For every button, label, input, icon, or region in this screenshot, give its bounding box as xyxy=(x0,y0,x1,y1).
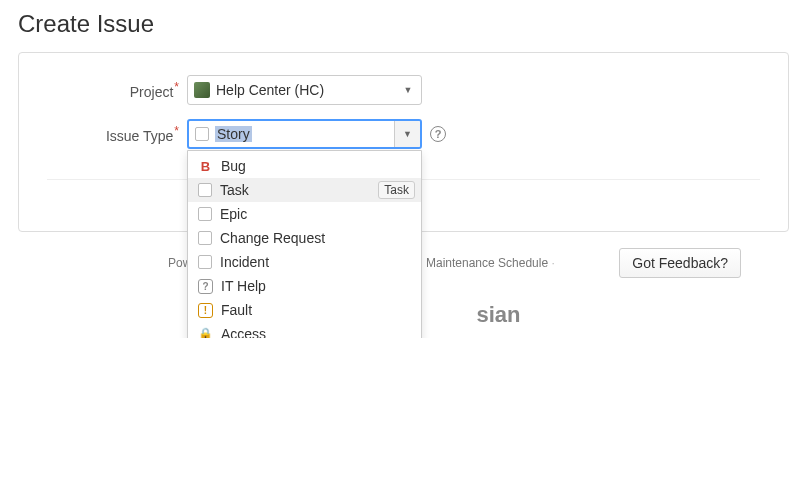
issue-type-option[interactable]: Epic xyxy=(188,202,421,226)
issue-type-option[interactable]: 🔒Access xyxy=(188,322,421,338)
issue-type-row: Issue Type* Story ▼ ? BBugTaskTaskEpicCh… xyxy=(47,119,760,149)
maintenance-link[interactable]: Maintenance Schedule xyxy=(426,256,548,270)
issue-type-option[interactable]: ?IT Help xyxy=(188,274,421,298)
issue-type-option[interactable]: TaskTask xyxy=(188,178,421,202)
question-icon: ? xyxy=(198,279,213,294)
issue-type-label-text: Issue Type xyxy=(106,128,173,144)
checkbox-icon xyxy=(198,183,212,197)
issue-type-select-wrap: Story ▼ ? BBugTaskTaskEpicChange Request… xyxy=(187,119,446,149)
feedback-button[interactable]: Got Feedback? xyxy=(619,248,741,278)
issue-type-option[interactable]: BBug xyxy=(188,154,421,178)
brand-suffix-text: sian xyxy=(476,302,520,327)
create-issue-panel: Project* Help Center (HC) ▼ Issue Type* … xyxy=(18,52,789,232)
option-label: Epic xyxy=(220,206,247,222)
checkbox-icon xyxy=(198,255,212,269)
issue-type-value-text: Story xyxy=(215,126,252,142)
project-label: Project* xyxy=(47,80,187,100)
fault-icon: ! xyxy=(198,303,213,318)
project-select-wrap: Help Center (HC) ▼ xyxy=(187,75,422,105)
project-row: Project* Help Center (HC) ▼ xyxy=(47,75,760,105)
project-select[interactable]: Help Center (HC) ▼ xyxy=(187,75,422,105)
project-select-value: Help Center (HC) xyxy=(194,82,395,98)
checkbox-icon xyxy=(198,231,212,245)
issue-type-option[interactable]: Change Request xyxy=(188,226,421,250)
bug-icon: B xyxy=(198,159,213,174)
story-icon xyxy=(195,127,209,141)
issue-type-select[interactable]: Story ▼ xyxy=(187,119,422,149)
project-label-text: Project xyxy=(130,84,174,100)
checkbox-icon xyxy=(198,207,212,221)
required-asterisk: * xyxy=(174,124,179,138)
option-label: IT Help xyxy=(221,278,266,294)
issue-type-option[interactable]: Incident xyxy=(188,250,421,274)
footer-mid-wrap: Maintenance Schedule · xyxy=(426,256,555,270)
project-value-text: Help Center (HC) xyxy=(216,82,324,98)
lock-icon: 🔒 xyxy=(198,327,213,339)
option-label: Task xyxy=(220,182,249,198)
chevron-down-icon[interactable]: ▼ xyxy=(395,76,421,104)
issue-type-select-value: Story xyxy=(195,126,394,142)
option-label: Access xyxy=(221,326,266,338)
issue-type-label: Issue Type* xyxy=(47,124,187,144)
project-avatar-icon xyxy=(194,82,210,98)
required-asterisk: * xyxy=(174,80,179,94)
page-title: Create Issue xyxy=(18,10,789,38)
issue-type-option[interactable]: !Fault xyxy=(188,298,421,322)
option-label: Fault xyxy=(221,302,252,318)
help-icon[interactable]: ? xyxy=(430,126,446,142)
option-label: Bug xyxy=(221,158,246,174)
footer-separator: · xyxy=(551,256,554,270)
option-label: Change Request xyxy=(220,230,325,246)
issue-type-dropdown: BBugTaskTaskEpicChange RequestIncident?I… xyxy=(187,150,422,338)
option-label: Incident xyxy=(220,254,269,270)
chevron-down-icon[interactable]: ▼ xyxy=(394,121,420,147)
option-tooltip: Task xyxy=(378,181,415,199)
